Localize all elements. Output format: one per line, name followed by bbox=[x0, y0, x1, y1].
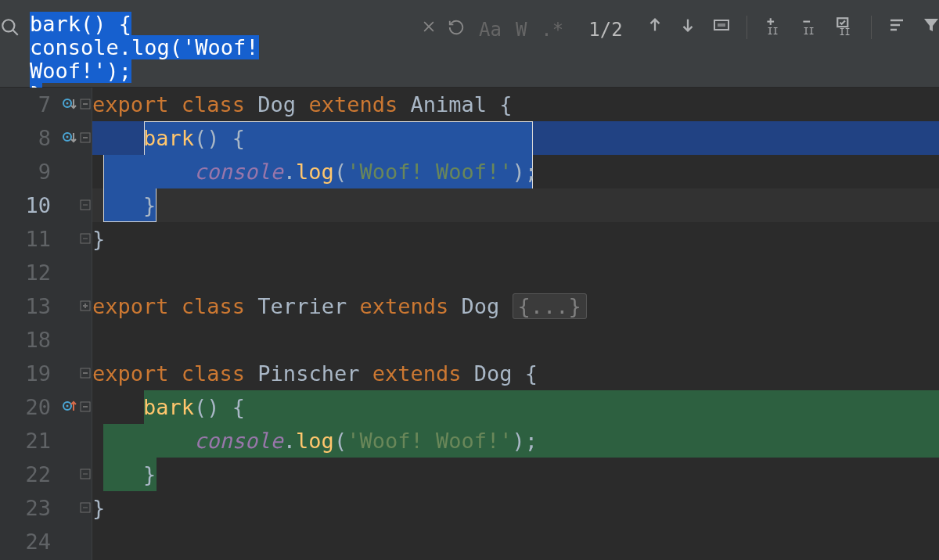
find-options: Aa W .* bbox=[471, 0, 563, 87]
select-all-occurrences-icon[interactable]: II bbox=[835, 16, 855, 36]
gutter-line[interactable]: 10 bbox=[0, 188, 92, 222]
line-number: 10 bbox=[25, 193, 51, 217]
line-number: 13 bbox=[25, 294, 51, 318]
gutter-line[interactable]: 8 bbox=[0, 121, 92, 155]
gutter-line[interactable]: 23 bbox=[0, 491, 92, 525]
close-icon[interactable] bbox=[421, 19, 437, 36]
gutter-line[interactable]: 9 bbox=[0, 155, 92, 188]
line-number: 23 bbox=[25, 496, 51, 520]
find-input[interactable]: bark() { console.log('Woof! Woof!'); } bbox=[20, 0, 471, 87]
line-number: 24 bbox=[25, 529, 51, 554]
line-number: 12 bbox=[25, 260, 51, 285]
override-up-icon[interactable] bbox=[62, 400, 77, 415]
select-all-icon[interactable] bbox=[712, 16, 731, 34]
gutter: 7 8 9 10 11 12 13 18 19 20 21 22 23 bbox=[0, 88, 92, 560]
gutter-line[interactable]: 22 bbox=[0, 458, 92, 491]
gutter-line[interactable]: 11 bbox=[0, 222, 92, 256]
svg-text:II: II bbox=[839, 27, 850, 36]
regex-toggle[interactable]: .* bbox=[541, 19, 563, 41]
line-number: 22 bbox=[25, 462, 51, 486]
line-number: 18 bbox=[25, 328, 51, 352]
line-number: 9 bbox=[38, 160, 51, 184]
fold-minus-icon[interactable] bbox=[80, 368, 92, 380]
fold-end-icon[interactable] bbox=[80, 199, 92, 212]
code-line bbox=[92, 256, 939, 289]
next-match-icon[interactable] bbox=[679, 16, 696, 34]
cursor-group: II II II bbox=[763, 16, 855, 36]
override-down-icon[interactable] bbox=[62, 131, 77, 146]
svg-point-0 bbox=[2, 20, 14, 31]
fold-end-icon[interactable] bbox=[80, 468, 92, 481]
find-input-actions bbox=[421, 19, 465, 36]
history-icon[interactable] bbox=[448, 19, 465, 36]
svg-point-21 bbox=[67, 102, 69, 104]
filter-group bbox=[887, 16, 939, 34]
fold-minus-icon[interactable] bbox=[80, 401, 92, 414]
find-toolbar: bark() { console.log('Woof! Woof!'); } A… bbox=[0, 0, 939, 88]
match-counter: 1/2 bbox=[563, 0, 622, 87]
line-number: 7 bbox=[38, 92, 51, 117]
match-case-toggle[interactable]: Aa bbox=[479, 19, 502, 41]
line-number: 21 bbox=[25, 429, 51, 453]
toolbar-divider bbox=[871, 16, 872, 39]
editor[interactable]: 7 8 9 10 11 12 13 18 19 20 21 22 23 bbox=[0, 88, 939, 560]
svg-point-40 bbox=[67, 404, 69, 407]
gutter-line[interactable]: 21 bbox=[0, 424, 92, 458]
code-line: export class Pinscher extends Dog { bbox=[92, 357, 939, 390]
code-line bbox=[92, 525, 939, 558]
whole-word-toggle[interactable]: W bbox=[516, 19, 527, 41]
gutter-line[interactable]: 19 bbox=[0, 357, 92, 390]
folded-region[interactable]: {...} bbox=[513, 293, 587, 319]
add-selection-icon[interactable]: II bbox=[763, 16, 783, 36]
svg-rect-7 bbox=[718, 23, 725, 27]
code-line: } bbox=[92, 188, 939, 222]
code-line: } bbox=[92, 458, 939, 491]
filter-icon[interactable] bbox=[922, 16, 939, 34]
show-options-icon[interactable] bbox=[887, 16, 906, 34]
svg-point-26 bbox=[67, 135, 69, 138]
code-line: console.log('Woof! Woof!'); bbox=[92, 424, 939, 458]
gutter-line[interactable]: 13 bbox=[0, 289, 92, 323]
svg-text:II: II bbox=[767, 26, 778, 36]
gutter-line[interactable]: 18 bbox=[0, 323, 92, 357]
code-line: bark() { bbox=[92, 390, 939, 424]
gutter-line[interactable]: 24 bbox=[0, 525, 92, 558]
gutter-line[interactable]: 20 bbox=[0, 390, 92, 424]
override-down-icon[interactable] bbox=[62, 97, 77, 113]
code-line bbox=[92, 323, 939, 357]
remove-selection-icon[interactable]: II bbox=[799, 16, 819, 36]
code-line: console.log('Woof! Woof!'); bbox=[92, 155, 939, 188]
line-number: 20 bbox=[25, 395, 51, 419]
fold-minus-icon[interactable] bbox=[80, 132, 92, 145]
find-toolbar-right: II II II bbox=[623, 0, 939, 87]
toolbar-divider bbox=[747, 16, 747, 39]
code-line: export class Terrier extends Dog {...} bbox=[92, 289, 939, 323]
gutter-line[interactable]: 12 bbox=[0, 256, 92, 289]
find-query-line2: console.log('Woof! Woof!'); bbox=[30, 35, 259, 83]
fold-end-icon[interactable] bbox=[80, 233, 92, 246]
fold-minus-icon[interactable] bbox=[80, 99, 92, 111]
code-area[interactable]: export class Dog extends Animal { bark()… bbox=[92, 88, 939, 560]
line-number: 11 bbox=[25, 227, 51, 251]
line-number: 19 bbox=[25, 361, 51, 386]
code-line: export class Dog extends Animal { bbox=[92, 88, 939, 121]
fold-plus-icon[interactable] bbox=[80, 300, 92, 313]
code-line: } bbox=[92, 491, 939, 525]
nav-group bbox=[646, 16, 731, 34]
search-icon-container bbox=[0, 0, 20, 87]
fold-end-icon[interactable] bbox=[80, 502, 92, 515]
svg-line-1 bbox=[13, 30, 18, 35]
find-query-line1: bark() { bbox=[30, 12, 131, 36]
code-line: } bbox=[92, 222, 939, 256]
svg-text:II: II bbox=[803, 26, 814, 36]
gutter-line[interactable]: 7 bbox=[0, 88, 92, 121]
line-number: 8 bbox=[38, 126, 51, 150]
search-icon[interactable] bbox=[0, 17, 20, 38]
prev-match-icon[interactable] bbox=[646, 16, 664, 34]
